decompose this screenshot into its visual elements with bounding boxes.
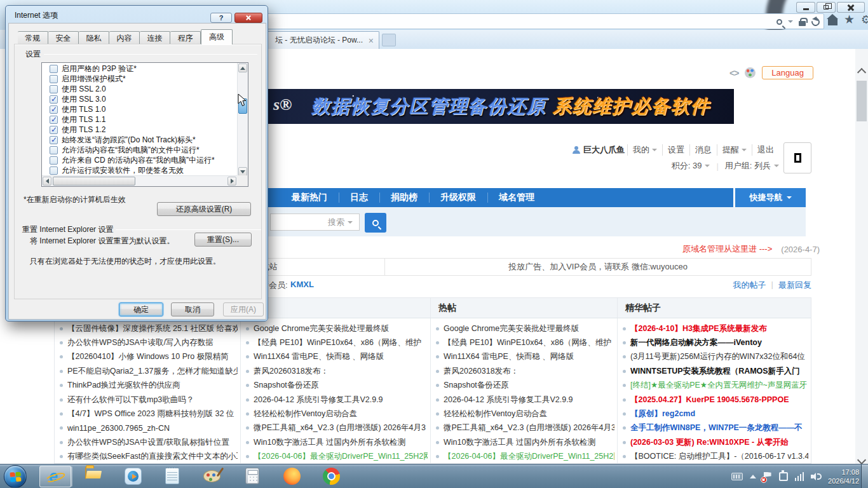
post-list-item[interactable]: 2026-04-12 系统引导修复工具V2.9.9 (436, 393, 614, 407)
checkbox-icon[interactable] (50, 156, 58, 165)
post-list-item[interactable]: 微PE工具箱_x64_V2.3 (自用增强版) 2026年4月3 (436, 421, 614, 435)
username[interactable]: 巨大八爪鱼 (583, 144, 625, 156)
checkbox-icon[interactable] (50, 126, 58, 134)
scroll-left-button[interactable] (43, 177, 51, 186)
checkbox-icon[interactable] (50, 105, 58, 114)
scroll-right-button[interactable] (227, 177, 236, 186)
tray-show-hidden-icons[interactable] (750, 475, 756, 478)
user-menu-item[interactable]: 消息 (689, 144, 717, 156)
taskbar-paint-button[interactable] (203, 468, 220, 482)
user-menu-item[interactable]: 退出 (752, 144, 779, 156)
tray-keyboard-icon[interactable] (731, 473, 743, 480)
setting-row[interactable]: 允许运行或安装软件，即使签名无效 (42, 165, 238, 175)
dialog-close-button[interactable] (234, 13, 262, 23)
restore-advanced-button[interactable]: 还原高级设置(R) (157, 202, 251, 216)
checkbox-icon[interactable] (50, 85, 58, 93)
nav-item[interactable]: 捐助榜 (379, 188, 429, 207)
scroll-up-icon[interactable] (857, 68, 866, 77)
setting-row[interactable]: 允许来自 CD 的活动内容在“我的电脑”中运行* (42, 155, 238, 165)
post-list-item[interactable]: 办公软件WPS的JSA中读取/写入内存数据 (60, 336, 238, 349)
post-list-item[interactable]: 【2026-04-06】最全驱动DriverPE_Win11_25H2网 (436, 450, 614, 464)
new-tab-button[interactable] (382, 34, 396, 46)
old-domain-link[interactable]: 原域名管理从这里进 ---> (682, 243, 772, 255)
post-list-item[interactable]: Win10数字激活工具 过国内外所有杀软检测 (436, 435, 614, 449)
ok-button[interactable]: 确定 (119, 302, 163, 316)
my-posts-link[interactable]: 我的帖子 (733, 280, 766, 291)
post-list-item[interactable]: 【4/7】WPS Office 2023 雨糖科技特别版 32 位 (60, 407, 238, 421)
tray-update-icon[interactable] (779, 472, 788, 481)
action-center-flag-icon[interactable] (763, 472, 772, 482)
post-list-item[interactable]: 2026-04-12 系统引导修复工具V2.9.9 (246, 393, 428, 407)
search-button[interactable] (365, 213, 386, 233)
post-list-item[interactable]: 新一代网络启动解决方案——iVentoy (623, 336, 808, 349)
setting-row[interactable]: 使用 TLS 1.0 (42, 104, 238, 114)
post-list-item[interactable]: 全手工制作WIN8PE，WIN7PE一条龙教程——不 (623, 421, 808, 435)
taskbar-calculator-button[interactable] (245, 468, 259, 484)
post-list-item[interactable]: 【经典 PE10】WinPE10x64、x86（网络、维护 (436, 336, 614, 349)
user-menu-item[interactable]: 提醒 (717, 144, 752, 156)
tab-close-icon[interactable]: × (369, 37, 374, 44)
taskbar-clock[interactable]: 17:08 2026/4/12 (828, 468, 859, 485)
search-icon[interactable] (776, 19, 782, 25)
dialog-tab[interactable]: 常规 (18, 31, 48, 44)
cancel-button[interactable]: 取消 (171, 302, 214, 316)
quick-nav-button[interactable]: 快捷导航 (735, 188, 806, 207)
setting-row[interactable]: 使用 SSL 2.0 (42, 84, 238, 94)
reset-button[interactable]: 重置(S)... (194, 233, 252, 247)
scroll-down-button[interactable] (238, 167, 247, 176)
taskbar-firefox-button[interactable] (283, 468, 301, 485)
search-input[interactable]: 搜索 (270, 214, 360, 231)
post-list-item[interactable]: 【原创】reg2cmd (623, 407, 808, 421)
network-signal-icon[interactable] (795, 472, 804, 481)
post-list-item[interactable]: 【经典 PE10】WinPE10x64、x86（网络、维护 (246, 336, 428, 349)
setting-row[interactable]: 使用 TLS 1.2 (42, 125, 238, 135)
post-list-item[interactable]: win11pe_26300.7965_zh-CN (60, 421, 238, 435)
post-list-item[interactable]: Win11X64 雷电PE、快而稳 、网络版 (246, 350, 428, 364)
post-list-item[interactable]: 【云固件镜像】深度操作系统 25.1 社区版 给喜欢 (60, 322, 238, 336)
user-menu-item[interactable]: 设置 (662, 144, 689, 156)
post-list-item[interactable]: WINNTSETUP安装系统教程（RAMOS新手入门 (623, 364, 808, 378)
dialog-tab[interactable]: 内容 (109, 31, 140, 44)
post-list-item[interactable]: 办公软件WPS的JSA中设置/获取鼠标指针位置 (60, 435, 238, 449)
theme-palette-icon[interactable] (745, 67, 756, 78)
checkbox-icon[interactable] (50, 75, 58, 83)
post-list-item[interactable]: ThinkPad换过光驱软件的供应商 (60, 379, 238, 393)
post-list-item[interactable]: 萧风20260318发布： (246, 364, 428, 378)
taskbar-explorer-button[interactable] (85, 468, 86, 479)
post-list-item[interactable]: 【2026-04-06】最全驱动DriverPE_Win11_25H2网 (246, 450, 428, 464)
checkbox-icon[interactable] (50, 95, 58, 104)
taskbar-notepad-button[interactable] (165, 468, 179, 484)
taskbar-mediaplayer-button[interactable] (125, 468, 142, 485)
post-list-item[interactable]: Snapshot备份还原 (246, 379, 428, 393)
usergroup-link[interactable]: 用户组: 列兵 (725, 160, 779, 172)
post-list-item[interactable]: PE不能启动Qaria2_1.37服务，怎样才能知道缺少 (60, 364, 238, 378)
ad-right-cell[interactable]: 投放广告、加入VIP会员，请联系 微信:wuyouceo (385, 259, 811, 275)
scrollbar-thumb[interactable] (53, 177, 135, 186)
show-desktop-button[interactable] (861, 464, 868, 488)
nav-item[interactable]: 最新热门 (280, 188, 339, 207)
setting-row[interactable]: 始终发送“请勿跟踪”(Do Not Track)标头* (42, 135, 238, 145)
dialog-help-button[interactable]: ? (210, 13, 232, 23)
post-list-item[interactable]: Win10数字激活工具 过国内外所有杀软检测 (246, 435, 428, 449)
checkbox-icon[interactable] (50, 146, 58, 154)
settings-gear-icon[interactable]: ⚙ (861, 14, 868, 25)
post-list-item[interactable]: 【20260410】小修 Windows 10 Pro 极限精简 (60, 350, 238, 364)
post-list-item[interactable]: Google Chrome完美安装批处理最终版 (246, 322, 428, 336)
listbox-horizontal-scrollbar[interactable] (42, 175, 237, 186)
latest-reply-link[interactable]: 最新回复 (778, 280, 811, 291)
post-list-item[interactable]: 【BOOTICE: 启动维护工具】-（2016-06-17 v1.3.4 (623, 450, 808, 464)
avatar[interactable] (783, 142, 811, 173)
user-menu-item[interactable]: 我的 (627, 144, 662, 156)
checkbox-icon[interactable] (50, 166, 58, 175)
favorites-star-icon[interactable]: ★ (844, 14, 855, 25)
post-list-item[interactable]: Win11X64 雷电PE、快而稳 、网络版 (436, 350, 614, 364)
setting-row[interactable]: 启用增强保护模式* (42, 74, 238, 84)
language-button[interactable]: Languag (762, 66, 813, 79)
post-list-item[interactable]: (3月11号更新)256M运行内存的WIN7x32位和64位 (623, 350, 808, 364)
post-list-item[interactable]: 轻轻松松制作Ventoy启动合盘 (246, 407, 428, 421)
dialog-tab[interactable]: 连接 (140, 31, 170, 44)
setting-row[interactable]: 使用 SSL 3.0 (42, 94, 238, 104)
setting-row[interactable]: 允许活动内容在“我的电脑”的文件中运行* (42, 145, 238, 155)
start-button[interactable] (4, 465, 27, 488)
search-dropdown-caret-icon[interactable] (788, 20, 793, 23)
